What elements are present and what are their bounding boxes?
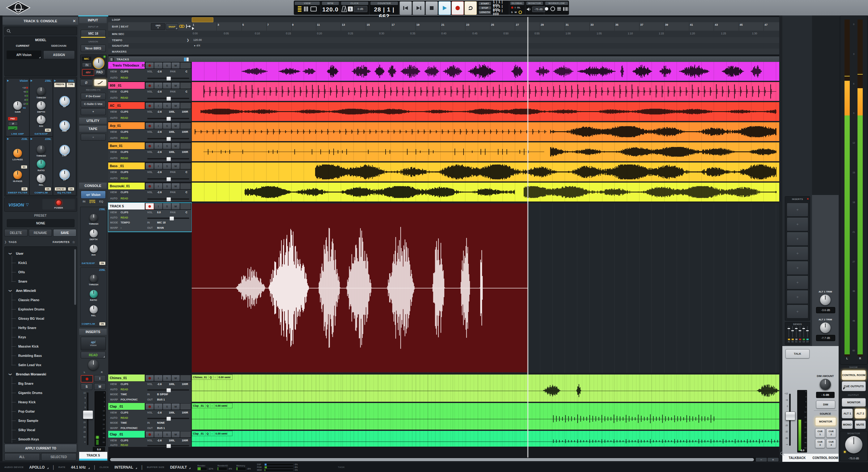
mini-knob-thresh[interactable] — [90, 274, 98, 283]
console-section-header[interactable]: CONSOLE — [79, 183, 107, 189]
mini-knob-thresh[interactable] — [90, 214, 98, 222]
in-value[interactable]: NONE — [157, 421, 165, 424]
dyn-sc-box[interactable]: DYN SC — [55, 187, 66, 191]
ruler-row-tempo[interactable] — [192, 37, 779, 43]
talk-button[interactable]: TALK — [785, 349, 810, 358]
volume-slider[interactable] — [147, 138, 189, 139]
pad-button[interactable]: PAD — [94, 69, 105, 75]
playhead[interactable] — [528, 17, 528, 458]
track-input-button[interactable]: I — [154, 163, 163, 169]
volume-slider-handle[interactable] — [166, 197, 171, 202]
track-name-cell[interactable]: Clap _01 — [108, 403, 145, 410]
phantom-48v-button[interactable]: 48V — [82, 69, 94, 76]
track-mute-button[interactable]: M — [171, 183, 180, 189]
preset-group[interactable]: ❯Ann Mincieli — [5, 286, 77, 295]
track-name-cell[interactable]: 808 _01 — [108, 82, 145, 89]
track-mute-button[interactable]: M — [171, 82, 180, 89]
track-solo-button[interactable]: S — [163, 102, 171, 109]
save-button[interactable]: SAVE — [53, 229, 76, 236]
lane-9[interactable]: Clap _01Q↕0.00 semi — [192, 403, 779, 430]
input-select[interactable]: MIC 18 — [81, 30, 106, 38]
preset-select[interactable]: NONE — [7, 219, 74, 227]
workflow-columns-icon[interactable] — [563, 7, 568, 11]
show-cue-outputs-button[interactable]: CUE OUTPUTS — [842, 381, 866, 391]
snap-select[interactable]: SNAP — [166, 23, 178, 30]
insert-slot-7[interactable]: + — [787, 304, 808, 319]
field-value-view[interactable]: CLIPS — [121, 211, 128, 214]
track-input-button[interactable]: I — [154, 183, 163, 189]
track-record-button[interactable] — [145, 403, 154, 410]
favorites-star-icon[interactable]: ☆ — [72, 240, 75, 244]
output-monitor-button[interactable]: MONITOR — [842, 398, 866, 407]
field-value-view[interactable]: CLIPS — [121, 171, 128, 174]
record-fx-slot-1[interactable]: C-Suite C-Vox — [81, 100, 106, 108]
alt2-trim-knob[interactable] — [820, 323, 831, 333]
preset-item[interactable]: Gigantic Drums — [5, 388, 77, 397]
preset-item[interactable]: Rumbling Bass — [5, 351, 77, 360]
track-row-2[interactable]: AC _01ISMVIEWCLIPSAUTOREADVOL-2.6100L100… — [108, 102, 192, 121]
track-row-10[interactable]: Clap _01ISMVIEWCLIPSAUTOREADVOL-2.6100L1… — [108, 431, 192, 447]
columns-icon[interactable] — [184, 58, 189, 61]
favorites-label[interactable]: FAVORITES — [53, 240, 69, 243]
out-value[interactable]: BUS 1 — [157, 426, 165, 430]
solo-button[interactable]: S — [81, 383, 92, 390]
view-columns-icon[interactable] — [304, 6, 308, 11]
pan-value[interactable]: C — [186, 211, 187, 214]
zoom-in-button[interactable]: + — [768, 458, 779, 462]
send-fader-c2[interactable]: C2 — [799, 326, 802, 344]
lane-6[interactable] — [192, 183, 779, 202]
close-icon[interactable]: ✕ — [73, 19, 76, 23]
monitor-db-value[interactable]: -75 dB — [532, 6, 545, 12]
track-name-cell[interactable]: TRACK 5 — [108, 203, 145, 210]
track-record-button[interactable] — [145, 102, 154, 109]
preset-item[interactable]: Keys — [5, 333, 77, 342]
track-mute-button[interactable]: M — [171, 431, 180, 438]
field-value-warp[interactable]: POLYPHONIC — [121, 398, 137, 401]
knob-lmf[interactable] — [59, 145, 70, 155]
preset-group-name[interactable]: User — [16, 252, 23, 255]
apply-selected-button[interactable]: SELECTED — [41, 453, 77, 461]
strip-tab-input[interactable]: INPUT — [79, 17, 107, 23]
clip-quantize[interactable]: Q — [205, 404, 209, 407]
source-cue-button-2[interactable]: CUE 2 — [826, 429, 836, 438]
preset-item-name[interactable]: OHs — [18, 270, 25, 274]
track-record-button[interactable] — [145, 143, 154, 149]
volume-slider[interactable] — [147, 118, 189, 119]
field-value-auto[interactable]: READ — [121, 416, 128, 419]
volume-slider[interactable] — [147, 198, 189, 200]
field-value-auto[interactable]: READ — [121, 177, 128, 180]
vol-value[interactable]: -2.6 — [157, 383, 162, 386]
pad-button[interactable]: PAD — [8, 117, 17, 120]
send-fader-c3[interactable]: C3 — [802, 326, 805, 344]
track-name-cell[interactable]: _ Travis Thibodaux _01 — [108, 62, 145, 69]
track-mute-button[interactable]: M — [171, 102, 180, 109]
track-name-cell[interactable]: Bass _01 — [108, 163, 145, 169]
preset-item[interactable]: Massive Kick — [5, 342, 77, 351]
zoom-out-button[interactable]: − — [756, 458, 767, 462]
field-value-mode[interactable]: TIME — [121, 421, 127, 424]
record-fx-slot-0[interactable]: P De-Esser — [81, 93, 106, 100]
utility-header[interactable]: UTILITY — [79, 118, 107, 124]
model-select[interactable]: API Vision — [6, 51, 41, 59]
knob-hf[interactable] — [59, 96, 70, 107]
volume-slider[interactable] — [147, 158, 189, 159]
field-value-warp[interactable]: - — [121, 226, 122, 229]
pan-right-value[interactable]: 100R — [182, 411, 188, 414]
track-mute-button[interactable]: M — [171, 375, 180, 381]
global-indicator-s[interactable]: S — [511, 11, 513, 13]
audio-device-value[interactable]: APOLLO — [29, 465, 49, 470]
track-input-button[interactable]: I — [154, 403, 163, 410]
talkback-fader-handle[interactable] — [785, 412, 795, 420]
vol-value[interactable]: -2.6 — [157, 70, 162, 73]
preset-item[interactable]: Glossy BG Vocal — [5, 314, 77, 323]
track-input-button[interactable]: I — [154, 143, 163, 149]
track-record-button[interactable] — [145, 375, 154, 381]
workflow-solid-circle-icon[interactable] — [545, 7, 548, 10]
preset-item[interactable]: OHs — [5, 268, 77, 276]
field-value-view[interactable]: CLIPS — [121, 383, 128, 386]
loop-region[interactable] — [192, 17, 213, 22]
preset-item[interactable]: Satin Lead Vox — [5, 361, 77, 369]
send-fader-handle[interactable] — [799, 330, 801, 331]
track-row-5[interactable]: Bass _01ISMVIEWCLIPSAUTOREADVOL-2.6PANC — [108, 163, 192, 181]
vol-value[interactable]: -2.6 — [157, 110, 162, 113]
